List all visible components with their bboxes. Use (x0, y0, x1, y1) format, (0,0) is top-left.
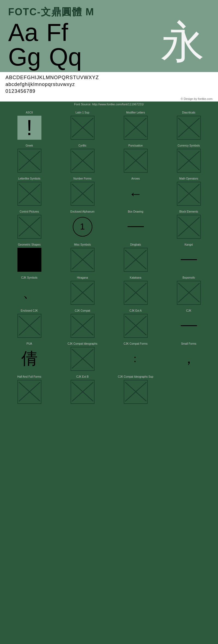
label-cyrillic: Cyrillic (78, 144, 86, 147)
label-punctuation: Punctuation (128, 144, 143, 147)
content-modifier (123, 115, 148, 140)
kangxi-dash-icon (181, 259, 197, 260)
content-geometric (17, 248, 42, 272)
content-enclosed: 1 (70, 214, 95, 239)
latin-char-qq: Qq (49, 45, 82, 69)
dash-symbol-kangxi (177, 248, 201, 272)
cell-enclosedcjk: Enclosed CJK (3, 308, 56, 339)
cell-cjkcompat: CJK Compat (56, 308, 109, 339)
cell-latin1sup: Latin 1 Sup (56, 110, 109, 141)
cjk-dash-icon (181, 325, 197, 326)
circled-one: 1 (71, 215, 95, 239)
content-letterlike (17, 181, 42, 206)
cell-ascii: ASCII ! (3, 110, 56, 141)
content-cjksymbols: 、 (17, 281, 42, 305)
content-greek (17, 148, 42, 173)
cell-pua: PUA 倩 (3, 341, 56, 372)
grid-row-3: Letterlike Symbols Number Forms Arrows ←… (3, 176, 215, 207)
cell-bopomofo: Bopomofo (162, 275, 215, 306)
content-halffull (17, 380, 42, 404)
font-preview-large: Aa Ff Gg Qq 永 (8, 20, 210, 69)
latin-char-gg: Gg (8, 45, 41, 69)
content-arrows: ← (123, 181, 148, 206)
placeholder-halffull (17, 380, 41, 404)
label-hiragana: Hiragana (77, 276, 88, 279)
placeholder-latin1sup (71, 116, 95, 140)
placeholder-hiragana (71, 281, 95, 305)
label-smallforms: Small Forms (181, 342, 196, 345)
content-cjkcompat (70, 314, 95, 338)
placeholder-greek (17, 149, 41, 173)
label-cjkextb: CJK Ext B (76, 375, 89, 378)
content-empty (177, 377, 201, 401)
content-ascii: ! (17, 115, 42, 140)
label-pua: PUA (26, 342, 32, 345)
content-cjkextb (70, 380, 95, 404)
content-dingbats (123, 248, 148, 272)
placeholder-cyrillic (71, 149, 95, 173)
content-currency (177, 148, 201, 173)
dash-symbol-boxdrawing (124, 215, 148, 239)
grid-row-6: CJK Symbols 、 Hiragana Katakana Bopomofo (3, 275, 215, 306)
label-latin1sup: Latin 1 Sup (75, 111, 89, 114)
content-punctuation (123, 148, 148, 173)
cell-numberforms: Number Forms (56, 176, 109, 207)
label-enclosed: Enclosed Alphanum (70, 210, 94, 213)
label-cjk: CJK (186, 309, 191, 312)
placeholder-misc (71, 248, 95, 272)
placeholder-cjkcompatideosup (124, 380, 148, 404)
content-kangxi (177, 248, 201, 272)
label-ascii: ASCII (26, 111, 33, 114)
cell-controlpic: Control Pictures (3, 209, 56, 240)
cell-cjk: CJK (162, 308, 215, 339)
label-katakana: Katakana (130, 276, 141, 279)
grid-row-9: Half And Full Forms CJK Ext B CJK Compat… (3, 374, 215, 406)
cell-cjksymbols: CJK Symbols 、 (3, 275, 56, 306)
label-cjkcompat: CJK Compat (75, 309, 90, 312)
font-title: FOTC-文鼎圓體 M (8, 5, 210, 19)
cell-halffull: Half And Full Forms (3, 374, 56, 406)
placeholder-katakana (124, 281, 148, 305)
grid-row-4: Control Pictures Enclosed Alphanum 1 Box… (3, 209, 215, 240)
latin-row-1: Aa Ff (8, 20, 82, 45)
placeholder-dingbats (124, 248, 148, 272)
content-cjkexta (123, 314, 148, 338)
dash-symbol-cjk (177, 314, 201, 338)
cell-blockelements: Block Elements (162, 209, 215, 240)
content-blockelements (177, 214, 201, 239)
label-dingbats: Dingbats (130, 243, 141, 246)
cell-cjkexta: CJK Ext A (109, 308, 162, 339)
cell-letterlike: Letterlike Symbols (3, 176, 56, 207)
content-cjkcompatideo (70, 347, 95, 371)
latin-row-2: Gg Qq (8, 45, 82, 69)
label-mathops: Math Operators (179, 177, 198, 180)
cjk-char-yong: 永 (161, 17, 204, 66)
cell-smallforms: Small Forms ， (162, 341, 215, 372)
placeholder-modifier (124, 116, 148, 140)
cell-dingbats: Dingbats (109, 242, 162, 273)
grid-row-5: Geometric Shapes Misc Symbols Dingbats K… (3, 242, 215, 273)
content-cjkcompatideosup (123, 380, 148, 404)
content-mathops (177, 181, 201, 206)
placeholder-cjkcompatideo (71, 347, 95, 371)
cell-currency: Currency Symbols (162, 143, 215, 174)
content-enclosedcjk (17, 314, 42, 338)
cell-cjkcompatforms: CJK Compat Forms ﹕ (109, 341, 162, 372)
content-diacriticals (177, 115, 201, 140)
content-numberforms (70, 181, 95, 206)
placeholder-cjkextb (71, 380, 95, 404)
left-arrow-icon: ← (129, 186, 143, 202)
label-cjkcompatideosup: CJK Compat Ideographs Sup (118, 375, 153, 378)
label-letterlike: Letterlike Symbols (18, 177, 41, 180)
label-bopomofo: Bopomofo (183, 276, 195, 279)
label-cjkexta: CJK Ext A (129, 309, 142, 312)
cell-cjkcompatideo: CJK Compat Ideographs (56, 341, 109, 372)
cell-modifier: Modifier Letters (109, 110, 162, 141)
cell-boxdrawing: Box Drawing (109, 209, 162, 240)
placeholder-cjkexta (124, 314, 148, 338)
content-cjk (177, 314, 201, 338)
cell-cjkextb: CJK Ext B (56, 374, 109, 406)
content-cyrillic (70, 148, 95, 173)
label-arrows: Arrows (131, 177, 140, 180)
small-comma-symbol: ， (177, 347, 201, 371)
